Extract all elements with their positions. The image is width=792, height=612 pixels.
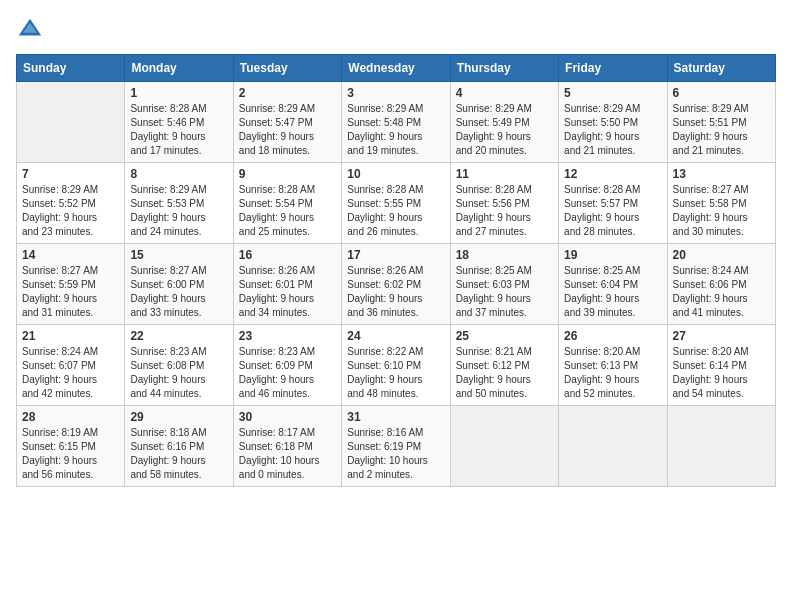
calendar-week-2: 7Sunrise: 8:29 AM Sunset: 5:52 PM Daylig… [17, 163, 776, 244]
calendar-cell: 28Sunrise: 8:19 AM Sunset: 6:15 PM Dayli… [17, 406, 125, 487]
weekday-header-wednesday: Wednesday [342, 55, 450, 82]
day-info: Sunrise: 8:28 AM Sunset: 5:46 PM Dayligh… [130, 102, 227, 158]
day-number: 5 [564, 86, 661, 100]
day-info: Sunrise: 8:28 AM Sunset: 5:55 PM Dayligh… [347, 183, 444, 239]
weekday-header-thursday: Thursday [450, 55, 558, 82]
day-number: 24 [347, 329, 444, 343]
day-info: Sunrise: 8:24 AM Sunset: 6:06 PM Dayligh… [673, 264, 770, 320]
day-info: Sunrise: 8:17 AM Sunset: 6:18 PM Dayligh… [239, 426, 336, 482]
calendar-cell: 15Sunrise: 8:27 AM Sunset: 6:00 PM Dayli… [125, 244, 233, 325]
day-info: Sunrise: 8:19 AM Sunset: 6:15 PM Dayligh… [22, 426, 119, 482]
day-info: Sunrise: 8:23 AM Sunset: 6:09 PM Dayligh… [239, 345, 336, 401]
day-number: 29 [130, 410, 227, 424]
calendar-cell [17, 82, 125, 163]
day-number: 4 [456, 86, 553, 100]
calendar-week-4: 21Sunrise: 8:24 AM Sunset: 6:07 PM Dayli… [17, 325, 776, 406]
calendar-cell: 14Sunrise: 8:27 AM Sunset: 5:59 PM Dayli… [17, 244, 125, 325]
day-number: 15 [130, 248, 227, 262]
day-number: 26 [564, 329, 661, 343]
calendar-cell: 10Sunrise: 8:28 AM Sunset: 5:55 PM Dayli… [342, 163, 450, 244]
day-info: Sunrise: 8:29 AM Sunset: 5:53 PM Dayligh… [130, 183, 227, 239]
weekday-header-saturday: Saturday [667, 55, 775, 82]
day-info: Sunrise: 8:28 AM Sunset: 5:57 PM Dayligh… [564, 183, 661, 239]
calendar-cell: 30Sunrise: 8:17 AM Sunset: 6:18 PM Dayli… [233, 406, 341, 487]
calendar-header: SundayMondayTuesdayWednesdayThursdayFrid… [17, 55, 776, 82]
calendar-cell: 22Sunrise: 8:23 AM Sunset: 6:08 PM Dayli… [125, 325, 233, 406]
day-info: Sunrise: 8:29 AM Sunset: 5:50 PM Dayligh… [564, 102, 661, 158]
calendar-cell: 16Sunrise: 8:26 AM Sunset: 6:01 PM Dayli… [233, 244, 341, 325]
calendar-table: SundayMondayTuesdayWednesdayThursdayFrid… [16, 54, 776, 487]
calendar-week-1: 1Sunrise: 8:28 AM Sunset: 5:46 PM Daylig… [17, 82, 776, 163]
calendar-cell: 5Sunrise: 8:29 AM Sunset: 5:50 PM Daylig… [559, 82, 667, 163]
calendar-cell: 13Sunrise: 8:27 AM Sunset: 5:58 PM Dayli… [667, 163, 775, 244]
calendar-cell: 1Sunrise: 8:28 AM Sunset: 5:46 PM Daylig… [125, 82, 233, 163]
day-info: Sunrise: 8:22 AM Sunset: 6:10 PM Dayligh… [347, 345, 444, 401]
day-info: Sunrise: 8:24 AM Sunset: 6:07 PM Dayligh… [22, 345, 119, 401]
calendar-cell: 8Sunrise: 8:29 AM Sunset: 5:53 PM Daylig… [125, 163, 233, 244]
day-info: Sunrise: 8:29 AM Sunset: 5:47 PM Dayligh… [239, 102, 336, 158]
day-number: 12 [564, 167, 661, 181]
day-number: 6 [673, 86, 770, 100]
day-number: 22 [130, 329, 227, 343]
day-number: 16 [239, 248, 336, 262]
day-info: Sunrise: 8:16 AM Sunset: 6:19 PM Dayligh… [347, 426, 444, 482]
calendar-cell: 11Sunrise: 8:28 AM Sunset: 5:56 PM Dayli… [450, 163, 558, 244]
day-number: 9 [239, 167, 336, 181]
calendar-cell: 21Sunrise: 8:24 AM Sunset: 6:07 PM Dayli… [17, 325, 125, 406]
calendar-week-3: 14Sunrise: 8:27 AM Sunset: 5:59 PM Dayli… [17, 244, 776, 325]
day-info: Sunrise: 8:29 AM Sunset: 5:48 PM Dayligh… [347, 102, 444, 158]
calendar-cell: 26Sunrise: 8:20 AM Sunset: 6:13 PM Dayli… [559, 325, 667, 406]
calendar-cell: 17Sunrise: 8:26 AM Sunset: 6:02 PM Dayli… [342, 244, 450, 325]
day-number: 30 [239, 410, 336, 424]
day-info: Sunrise: 8:29 AM Sunset: 5:51 PM Dayligh… [673, 102, 770, 158]
weekday-header-monday: Monday [125, 55, 233, 82]
day-number: 1 [130, 86, 227, 100]
day-info: Sunrise: 8:25 AM Sunset: 6:04 PM Dayligh… [564, 264, 661, 320]
calendar-cell: 29Sunrise: 8:18 AM Sunset: 6:16 PM Dayli… [125, 406, 233, 487]
calendar-cell [559, 406, 667, 487]
weekday-row: SundayMondayTuesdayWednesdayThursdayFrid… [17, 55, 776, 82]
logo [16, 16, 48, 44]
day-info: Sunrise: 8:18 AM Sunset: 6:16 PM Dayligh… [130, 426, 227, 482]
weekday-header-sunday: Sunday [17, 55, 125, 82]
day-number: 7 [22, 167, 119, 181]
day-info: Sunrise: 8:20 AM Sunset: 6:13 PM Dayligh… [564, 345, 661, 401]
day-number: 8 [130, 167, 227, 181]
day-number: 3 [347, 86, 444, 100]
day-number: 14 [22, 248, 119, 262]
calendar-cell: 7Sunrise: 8:29 AM Sunset: 5:52 PM Daylig… [17, 163, 125, 244]
calendar-cell [667, 406, 775, 487]
calendar-cell: 4Sunrise: 8:29 AM Sunset: 5:49 PM Daylig… [450, 82, 558, 163]
day-info: Sunrise: 8:23 AM Sunset: 6:08 PM Dayligh… [130, 345, 227, 401]
calendar-cell: 25Sunrise: 8:21 AM Sunset: 6:12 PM Dayli… [450, 325, 558, 406]
day-info: Sunrise: 8:25 AM Sunset: 6:03 PM Dayligh… [456, 264, 553, 320]
day-info: Sunrise: 8:21 AM Sunset: 6:12 PM Dayligh… [456, 345, 553, 401]
calendar-cell: 2Sunrise: 8:29 AM Sunset: 5:47 PM Daylig… [233, 82, 341, 163]
calendar-cell: 18Sunrise: 8:25 AM Sunset: 6:03 PM Dayli… [450, 244, 558, 325]
calendar-cell: 6Sunrise: 8:29 AM Sunset: 5:51 PM Daylig… [667, 82, 775, 163]
day-number: 18 [456, 248, 553, 262]
day-info: Sunrise: 8:28 AM Sunset: 5:54 PM Dayligh… [239, 183, 336, 239]
calendar-cell: 9Sunrise: 8:28 AM Sunset: 5:54 PM Daylig… [233, 163, 341, 244]
day-number: 17 [347, 248, 444, 262]
day-number: 21 [22, 329, 119, 343]
day-number: 10 [347, 167, 444, 181]
logo-icon [16, 16, 44, 44]
day-number: 20 [673, 248, 770, 262]
calendar-cell: 27Sunrise: 8:20 AM Sunset: 6:14 PM Dayli… [667, 325, 775, 406]
day-info: Sunrise: 8:26 AM Sunset: 6:01 PM Dayligh… [239, 264, 336, 320]
day-info: Sunrise: 8:26 AM Sunset: 6:02 PM Dayligh… [347, 264, 444, 320]
day-number: 11 [456, 167, 553, 181]
day-number: 23 [239, 329, 336, 343]
weekday-header-friday: Friday [559, 55, 667, 82]
calendar-week-5: 28Sunrise: 8:19 AM Sunset: 6:15 PM Dayli… [17, 406, 776, 487]
day-number: 19 [564, 248, 661, 262]
day-number: 13 [673, 167, 770, 181]
calendar-cell: 19Sunrise: 8:25 AM Sunset: 6:04 PM Dayli… [559, 244, 667, 325]
day-number: 31 [347, 410, 444, 424]
calendar-cell: 3Sunrise: 8:29 AM Sunset: 5:48 PM Daylig… [342, 82, 450, 163]
day-info: Sunrise: 8:29 AM Sunset: 5:49 PM Dayligh… [456, 102, 553, 158]
calendar-cell: 12Sunrise: 8:28 AM Sunset: 5:57 PM Dayli… [559, 163, 667, 244]
weekday-header-tuesday: Tuesday [233, 55, 341, 82]
day-info: Sunrise: 8:27 AM Sunset: 6:00 PM Dayligh… [130, 264, 227, 320]
